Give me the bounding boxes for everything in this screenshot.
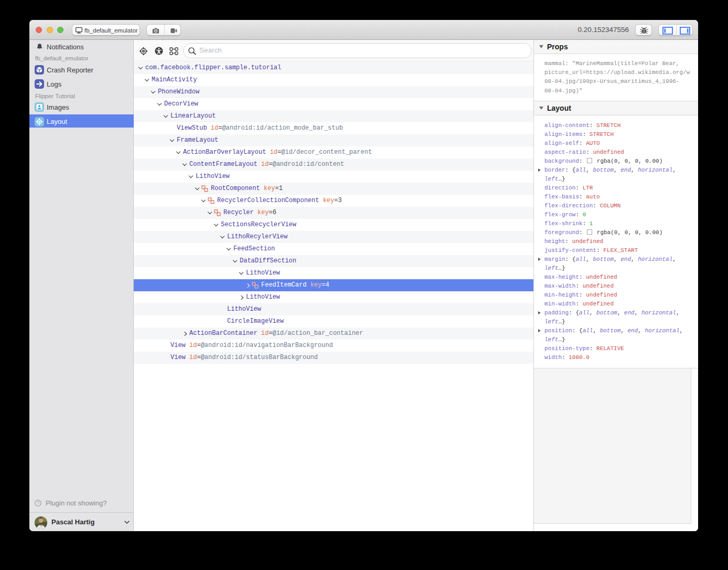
svg-text:?: ? bbox=[37, 500, 39, 505]
